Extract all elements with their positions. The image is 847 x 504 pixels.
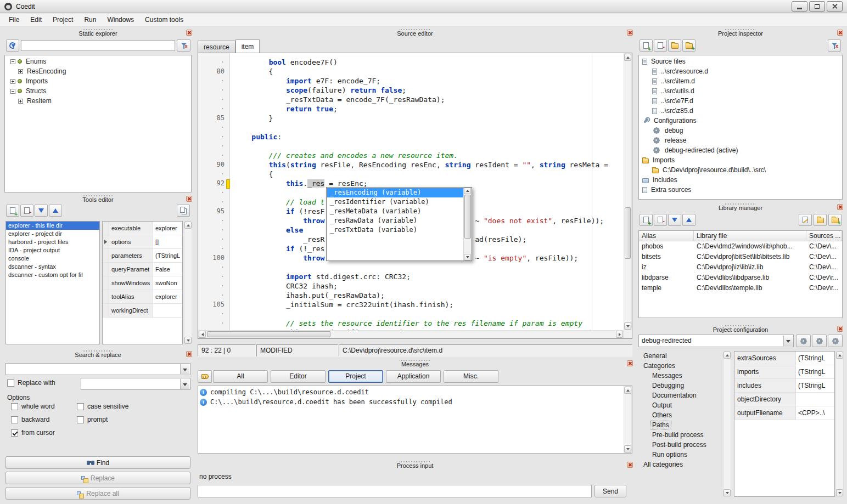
close-panel-icon[interactable] — [837, 204, 843, 210]
filter-all[interactable]: All — [213, 370, 268, 383]
inspector-item-src-utils-d[interactable]: ..\src\utils.d — [639, 86, 842, 96]
remove-source-button[interactable] — [654, 39, 667, 52]
close-panel-icon[interactable] — [837, 326, 843, 332]
open-folder-button[interactable] — [668, 39, 681, 52]
tree-item-imports[interactable]: Imports — [5, 76, 191, 86]
prop-queryparamet[interactable]: False — [153, 263, 182, 276]
prop-objectdirectory[interactable] — [796, 393, 834, 406]
checkbox[interactable] — [11, 416, 18, 423]
category-general[interactable]: General — [638, 351, 722, 361]
category-all-categories[interactable]: All categories — [638, 460, 722, 469]
expander-icon[interactable] — [18, 69, 23, 74]
scroll-up-button[interactable] — [624, 387, 631, 394]
expander-icon[interactable] — [10, 59, 15, 64]
option-case-sensitive[interactable]: case sensitive — [77, 403, 128, 410]
find-button[interactable]: Find — [5, 456, 190, 469]
inspector-item-src-z85-d[interactable]: ..\src\z85.d — [639, 106, 842, 116]
scroll-up-button[interactable] — [464, 188, 471, 194]
prop-outputfilename[interactable]: <CPP>..\ — [796, 406, 834, 420]
inspector-item-source-files[interactable]: Source files — [639, 56, 842, 66]
completion-item-resmetadata-variable[interactable]: _resMetaData (variable) — [327, 207, 463, 216]
menu-item-custom-tools[interactable]: Custom tools — [139, 14, 189, 25]
clone-tool-button[interactable] — [177, 205, 190, 217]
prop-showwindows[interactable]: swoNon — [153, 276, 182, 290]
filter-application[interactable]: Application — [386, 370, 441, 383]
inspector-item-extra-sources[interactable]: Extra sources — [639, 185, 842, 195]
tree-item-structs[interactable]: Structs — [5, 86, 191, 96]
inspector-item-release[interactable]: release — [639, 135, 842, 145]
menu-item-windows[interactable]: Windows — [102, 14, 139, 25]
tab-item[interactable]: item — [235, 39, 260, 53]
tab-resource[interactable]: resource — [198, 41, 235, 53]
expander-icon[interactable] — [10, 79, 15, 84]
inspector-item-c-dev-dproj-resource-d-build-src[interactable]: C:\Dev\dproj\resource.d\build\..\src\ — [639, 165, 842, 175]
categories-scrollbar[interactable] — [723, 351, 731, 497]
hscroll-thumb[interactable] — [207, 331, 330, 337]
remove-tool-button[interactable] — [20, 205, 33, 217]
prop-workingdirect[interactable] — [153, 304, 182, 317]
tool-item-harbored-project-files[interactable]: harbored - project files — [6, 238, 99, 246]
prop-imports[interactable]: (TStringL — [796, 365, 834, 378]
move-library-up-button[interactable] — [682, 214, 695, 226]
scroll-down-button[interactable] — [624, 322, 631, 330]
scroll-up-button[interactable] — [723, 352, 731, 359]
library-row[interactable]: libdparseC:\Dev\dlibs\libdparse.libC:\De… — [639, 273, 842, 283]
replace-button[interactable]: Replace — [5, 472, 190, 484]
library-row[interactable]: bitsetsC:\Dev\dproj\bitSet\lib\bitsets.l… — [639, 252, 842, 262]
config-grid-scrollbar[interactable] — [835, 351, 844, 497]
scroll-up-button[interactable] — [624, 54, 631, 61]
filter-files-button[interactable] — [828, 39, 841, 52]
checkbox[interactable] — [77, 416, 84, 423]
add-tool-button[interactable] — [6, 205, 19, 217]
dropdown-arrow-icon[interactable] — [783, 336, 793, 346]
category-messages[interactable]: Messages — [638, 371, 722, 381]
column-header-sources[interactable]: Sources ... — [806, 231, 842, 241]
process-input-field[interactable] — [198, 485, 592, 497]
scroll-left-button[interactable] — [199, 331, 206, 338]
prop-executable[interactable]: explorer — [153, 222, 182, 235]
tree-item-resencoding[interactable]: ResEncoding — [5, 66, 191, 76]
tree-item-enums[interactable]: Enums — [5, 56, 191, 66]
scroll-down-button[interactable] — [723, 489, 731, 496]
column-header-library-file[interactable]: Library file — [694, 231, 806, 241]
prop-extrasources[interactable]: (TStringL — [796, 352, 834, 365]
tool-item-dscanner-syntax[interactable]: dscanner - syntax — [6, 263, 99, 271]
move-tool-down-button[interactable] — [35, 205, 48, 217]
library-row[interactable]: izC:\Dev\dproj\iz\lib\iz.libC:\Dev\... — [639, 262, 842, 273]
maximize-button[interactable] — [809, 1, 825, 12]
expander-icon[interactable] — [18, 99, 23, 104]
move-tool-up-button[interactable] — [49, 205, 62, 217]
prop-parameters[interactable]: (TStringL — [153, 249, 182, 262]
library-row[interactable]: phobosC:\Dev\dmd2\windows\lib\phob...C:\… — [639, 241, 842, 252]
configuration-combo[interactable]: debug-redirected — [638, 335, 794, 347]
scroll-up-button[interactable] — [836, 352, 843, 359]
replace-all-button[interactable]: Replace all — [5, 487, 190, 500]
message-item[interactable]: iC:\...\build\resource.d.coedit has been… — [198, 397, 624, 407]
expander-icon[interactable] — [10, 89, 15, 94]
close-panel-icon[interactable] — [627, 30, 633, 36]
column-header-alias[interactable]: Alias — [639, 231, 694, 241]
scroll-down-button[interactable] — [464, 254, 471, 261]
category-documentation[interactable]: Documentation — [638, 390, 722, 400]
tool-item-explorer-project-dir[interactable]: explorer - project dir — [6, 230, 99, 238]
checkbox[interactable] — [11, 403, 18, 410]
completion-item-resrawdata-variable[interactable]: _resRawData (variable) — [327, 216, 463, 225]
inspector-item-src-resource-d[interactable]: ..\src\resource.d — [639, 66, 842, 76]
add-source-button[interactable] — [640, 39, 653, 52]
option-from-cursor[interactable]: from cursor — [11, 429, 55, 437]
category-run-options[interactable]: Run options — [638, 450, 722, 460]
filter-editor[interactable]: Editor — [271, 370, 326, 383]
completion-item-resencoding-variable[interactable]: _resEncoding (variable) — [327, 188, 463, 197]
send-button[interactable]: Send — [594, 485, 626, 497]
option-backward[interactable]: backward — [11, 416, 49, 423]
inspector-item-debug[interactable]: debug — [639, 126, 842, 135]
menu-item-project[interactable]: Project — [47, 14, 78, 25]
scroll-down-button[interactable] — [836, 489, 843, 496]
tools-grid-scrollbar[interactable] — [184, 221, 192, 344]
category-categories[interactable]: Categories — [638, 361, 722, 371]
inspector-item-imports[interactable]: Imports — [639, 155, 842, 165]
filter-misc[interactable]: Misc. — [444, 370, 498, 383]
minimize-button[interactable] — [792, 1, 807, 12]
tool-item-dscanner-custom-opt-for-fil[interactable]: dscanner - custom opt for fil — [6, 271, 99, 279]
close-panel-icon[interactable] — [186, 196, 192, 202]
